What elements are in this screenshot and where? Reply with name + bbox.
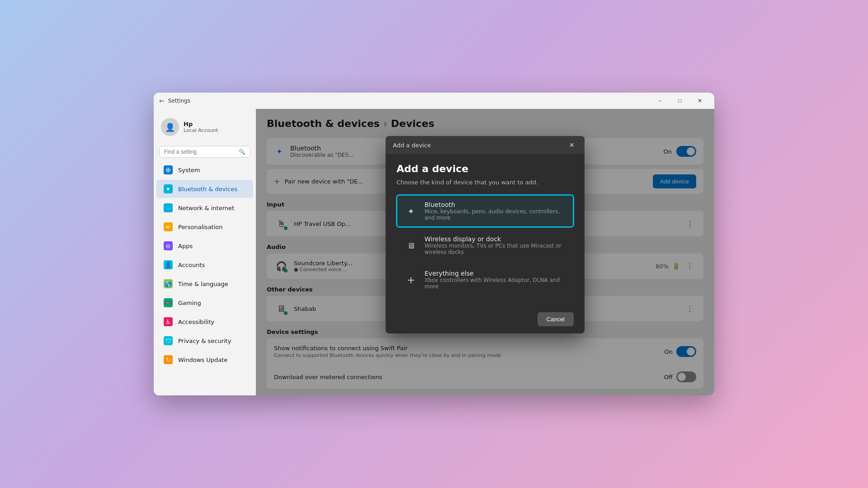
- title-bar: ← Settings − □ ✕: [154, 93, 714, 109]
- update-icon: ↻: [164, 355, 173, 364]
- accounts-icon: 👤: [164, 260, 173, 269]
- sidebar-item-accounts[interactable]: 👤 Accounts: [156, 256, 253, 274]
- search-icon: 🔍: [239, 149, 245, 155]
- personalisation-icon: ✏: [164, 222, 173, 231]
- sidebar-item-label: Network & internet: [178, 205, 234, 211]
- dialog-titlebar-text: Add a device: [393, 142, 431, 149]
- sidebar-item-label: Windows Update: [178, 357, 227, 363]
- sidebar-item-label: Apps: [178, 243, 193, 249]
- sidebar-item-personalisation[interactable]: ✏ Personalisation: [156, 218, 253, 236]
- sidebar-item-update[interactable]: ↻ Windows Update: [156, 351, 253, 369]
- dialog-subtext: Choose the kind of device that you want …: [396, 179, 574, 186]
- sidebar-item-bluetooth[interactable]: ✦ Bluetooth & devices: [156, 180, 253, 198]
- option-desc: Wireless monitors, TVs or PCs that use M…: [425, 243, 566, 255]
- dialog-footer: Cancel: [386, 307, 585, 333]
- user-info: Hp Local Account: [184, 121, 218, 133]
- add-device-dialog: Add a device ✕ Add a device Choose the k…: [386, 136, 585, 333]
- sidebar-item-label: Accessibility: [178, 319, 214, 325]
- sidebar-item-label: Personalisation: [178, 224, 223, 230]
- apps-icon: ⊝: [164, 241, 173, 250]
- sidebar-item-label: Gaming: [178, 300, 201, 306]
- network-icon: 🌐: [164, 203, 173, 212]
- accessibility-icon: ♿: [164, 317, 173, 326]
- sidebar-item-label: Time & language: [178, 281, 228, 287]
- dialog-titlebar: Add a device ✕: [386, 136, 585, 154]
- search-input[interactable]: [164, 149, 236, 155]
- option-title: Wireless display or dock: [425, 235, 566, 243]
- option-bluetooth[interactable]: ✦ Bluetooth Mice, keyboards, pens, audio…: [396, 195, 574, 227]
- sidebar-item-system[interactable]: ✠ System: [156, 161, 253, 179]
- avatar: 👤: [161, 118, 179, 136]
- option-title: Bluetooth: [425, 201, 566, 208]
- sidebar-item-network[interactable]: 🌐 Network & internet: [156, 199, 253, 217]
- wireless-display-icon: 🖥: [404, 238, 418, 253]
- system-icon: ✠: [164, 165, 173, 174]
- sidebar-item-accessibility[interactable]: ♿ Accessibility: [156, 313, 253, 331]
- sidebar-item-apps[interactable]: ⊝ Apps: [156, 237, 253, 255]
- gaming-icon: 🎮: [164, 298, 173, 307]
- dialog-body: Add a device Choose the kind of device t…: [386, 154, 585, 307]
- everything-else-icon: +: [404, 272, 418, 287]
- dialog-overlay: Add a device ✕ Add a device Choose the k…: [256, 109, 714, 395]
- window-title: Settings: [168, 98, 190, 104]
- user-account: Local Account: [184, 127, 218, 133]
- sidebar-item-label: Bluetooth & devices: [178, 186, 237, 192]
- search-box[interactable]: 🔍: [159, 146, 250, 158]
- option-text: Bluetooth Mice, keyboards, pens, audio d…: [425, 201, 566, 221]
- bluetooth-icon: ✦: [164, 184, 173, 193]
- settings-window: ← Settings − □ ✕ 👤 Hp Local Account 🔍: [154, 93, 714, 395]
- option-desc: Xbox controllers with Wireless Adaptor, …: [425, 277, 566, 290]
- dialog-close-button[interactable]: ✕: [566, 141, 577, 150]
- sidebar-item-privacy[interactable]: 🛡 Privacy & security: [156, 332, 253, 350]
- close-button[interactable]: ✕: [691, 94, 709, 107]
- sidebar-item-gaming[interactable]: 🎮 Gaming: [156, 294, 253, 312]
- user-section: 👤 Hp Local Account: [154, 113, 256, 141]
- minimize-button[interactable]: −: [651, 94, 669, 107]
- option-wireless-display[interactable]: 🖥 Wireless display or dock Wireless moni…: [396, 229, 574, 262]
- sidebar-item-label: Privacy & security: [178, 338, 231, 344]
- window-body: 👤 Hp Local Account 🔍 ✠ System ✦ Bluetoot…: [154, 109, 714, 395]
- option-title: Everything else: [425, 270, 566, 277]
- title-bar-left: ← Settings: [159, 97, 190, 104]
- maximize-button[interactable]: □: [671, 94, 689, 107]
- sidebar-item-label: Accounts: [178, 262, 205, 268]
- option-everything-else[interactable]: + Everything else Xbox controllers with …: [396, 263, 574, 296]
- option-text: Wireless display or dock Wireless monito…: [425, 235, 566, 255]
- bluetooth-option-icon: ✦: [404, 204, 418, 218]
- sidebar: 👤 Hp Local Account 🔍 ✠ System ✦ Bluetoot…: [154, 109, 256, 395]
- main-content: Bluetooth & devices › Devices ✦ Bluetoot…: [256, 109, 714, 395]
- back-icon[interactable]: ←: [159, 97, 165, 104]
- window-controls: − □ ✕: [651, 94, 709, 107]
- sidebar-item-label: System: [178, 167, 200, 174]
- privacy-icon: 🛡: [164, 336, 173, 345]
- dialog-heading: Add a device: [396, 163, 574, 174]
- cancel-button[interactable]: Cancel: [538, 312, 574, 326]
- user-name: Hp: [184, 121, 218, 127]
- option-text: Everything else Xbox controllers with Wi…: [425, 270, 566, 290]
- sidebar-item-time[interactable]: 🌎 Time & language: [156, 275, 253, 293]
- time-icon: 🌎: [164, 279, 173, 288]
- option-desc: Mice, keyboards, pens, audio devices, co…: [425, 208, 566, 221]
